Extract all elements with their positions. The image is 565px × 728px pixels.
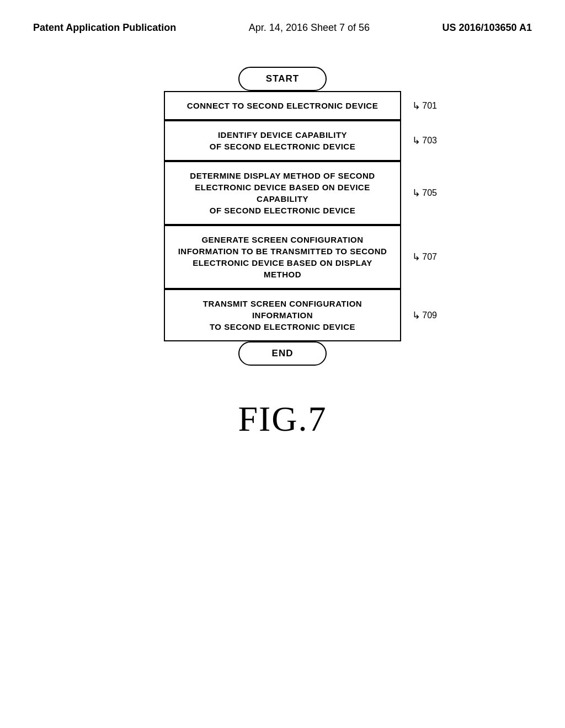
start-node: START [238,67,327,91]
ref-hook-701: ↲ [412,100,420,112]
ref-709: ↲ 709 [412,309,437,322]
figure-label: FIG.7 [0,399,565,440]
ref-num-701: 701 [422,101,437,111]
header-right: US 2016/103650 A1 [443,22,532,34]
ref-hook-707: ↲ [412,251,420,263]
ref-num-709: 709 [422,311,437,320]
ref-num-705: 705 [422,188,437,198]
ref-num-707: 707 [422,252,437,262]
ref-703: ↲ 703 [412,135,437,147]
ref-num-703: 703 [422,136,437,146]
end-shape: END [238,341,327,366]
start-shape: START [238,67,327,91]
node-701-wrapper: CONNECT TO SECOND ELECTRONIC DEVICE ↲ 70… [164,91,401,120]
ref-hook-705: ↲ [412,187,420,199]
page-header: Patent Application Publication Apr. 14, … [0,0,565,45]
node-705-wrapper: DETERMINE DISPLAY METHOD OF SECONDELECTR… [164,161,401,225]
ref-hook-703: ↲ [412,135,420,147]
ref-701: ↲ 701 [412,100,437,112]
node-709: TRANSMIT SCREEN CONFIGURATION INFORMATIO… [164,289,401,341]
end-node: END [238,341,327,366]
node-701: CONNECT TO SECOND ELECTRONIC DEVICE [164,91,401,120]
ref-hook-709: ↲ [412,309,420,322]
node-707-wrapper: GENERATE SCREEN CONFIGURATIONINFORMATION… [164,225,401,289]
ref-705: ↲ 705 [412,187,437,199]
header-left: Patent Application Publication [33,22,176,34]
node-703: IDENTIFY DEVICE CAPABILITYOF SECOND ELEC… [164,120,401,161]
node-703-wrapper: IDENTIFY DEVICE CAPABILITYOF SECOND ELEC… [164,120,401,161]
flowchart-diagram: START CONNECT TO SECOND ELECTRONIC DEVIC… [0,45,565,377]
header-center: Apr. 14, 2016 Sheet 7 of 56 [249,22,370,34]
node-705: DETERMINE DISPLAY METHOD OF SECONDELECTR… [164,161,401,225]
node-707: GENERATE SCREEN CONFIGURATIONINFORMATION… [164,225,401,289]
ref-707: ↲ 707 [412,251,437,263]
node-709-wrapper: TRANSMIT SCREEN CONFIGURATION INFORMATIO… [164,289,401,341]
